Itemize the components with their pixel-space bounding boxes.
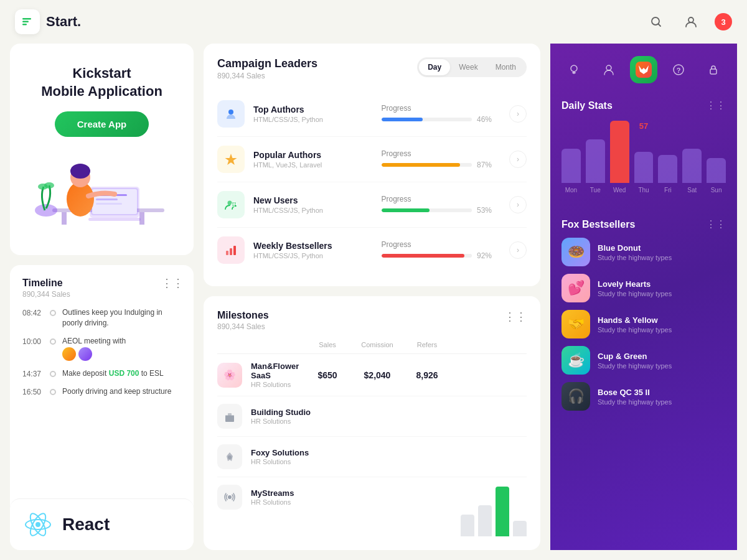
timeline-dot	[50, 371, 56, 377]
logo: Start.	[15, 9, 81, 34]
ms-sub: HR Solutions	[251, 498, 389, 506]
row-icon-top-authors	[217, 100, 245, 128]
campaign-row: Weekly Bestsellers HTML/CSS/JS, Python P…	[217, 228, 527, 273]
fox-bestsellers-menu[interactable]: ⋮⋮	[706, 218, 726, 230]
row-chevron[interactable]: ›	[509, 196, 527, 213]
bs-info: Bose QC 35 II Study the highway types	[598, 388, 726, 406]
svg-rect-33	[233, 246, 236, 255]
daily-stats-menu[interactable]: ⋮⋮	[706, 100, 726, 111]
sidebar-icon-question[interactable]: ?	[665, 56, 692, 83]
progress-label: Progress	[382, 195, 497, 203]
bs-name: Cup & Green	[598, 352, 726, 361]
svg-point-21	[44, 182, 54, 189]
progress-label: Progress	[382, 240, 497, 249]
timeline-highlight: USD 700	[109, 369, 139, 378]
col-commission: Comission	[352, 341, 402, 348]
chart-bar	[478, 505, 492, 536]
svg-rect-46	[710, 69, 716, 74]
svg-rect-35	[228, 413, 232, 416]
bestseller-items: 🍩 Blue Donut Study the highway types 💕 L…	[561, 238, 726, 411]
tab-month[interactable]: Month	[487, 59, 525, 75]
ms-name: Foxy Solutions	[251, 448, 389, 457]
svg-line-4	[659, 24, 661, 27]
logo-text: Start.	[46, 14, 81, 30]
progress-label: Progress	[382, 104, 497, 113]
daily-stats-header: Daily Stats ⋮⋮	[561, 100, 726, 111]
bestseller-item[interactable]: 💕 Lovely Hearts Study the highway types	[561, 274, 726, 302]
timeline-time: 14:37	[22, 368, 44, 378]
search-icon[interactable]	[645, 11, 667, 33]
progress-bar-container: 46%	[382, 115, 497, 124]
campaign-row: Top Authors HTML/CSS/JS, Python Progress…	[217, 91, 527, 137]
milestones-chart	[461, 487, 527, 536]
campaign-subtitle: 890,344 Sales	[217, 72, 317, 80]
create-app-button[interactable]: Create App	[55, 111, 149, 137]
bs-thumb-cup-green: ☕	[561, 346, 590, 375]
notification-badge[interactable]: 3	[715, 13, 732, 30]
ms-icon: 🌸	[217, 363, 242, 388]
progress-pct: 53%	[477, 206, 497, 215]
row-name: Weekly Bestsellers	[253, 241, 369, 251]
progress-label: Progress	[382, 149, 497, 158]
progress-bar-fill	[382, 208, 430, 212]
bs-sub: Study the highway types	[598, 326, 726, 334]
row-tags: HTML/CSS/JS, Python	[253, 116, 369, 123]
chart-bar-fri: Fri	[658, 155, 677, 194]
row-chevron[interactable]: ›	[509, 105, 527, 123]
timeline-menu[interactable]: ⋮⋮	[161, 276, 184, 290]
campaign-card: Campaign Leaders 890,344 Sales Day Week …	[204, 44, 540, 286]
campaign-header: Campaign Leaders 890,344 Sales Day Week …	[217, 57, 527, 80]
svg-rect-32	[230, 248, 232, 255]
kickstart-illustration	[34, 143, 171, 230]
bestseller-item[interactable]: ☕ Cup & Green Study the highway types	[561, 346, 726, 375]
col-refers: Refers	[402, 341, 452, 348]
bs-name: Lovely Hearts	[598, 279, 726, 289]
svg-text:?: ?	[677, 67, 681, 74]
row-progress: Progress 92%	[382, 240, 497, 260]
milestones-subtitle: 890,344 Sales	[217, 322, 269, 331]
ms-name: MyStreams	[251, 488, 389, 498]
bestseller-item[interactable]: 🎧 Bose QC 35 II Study the highway types	[561, 382, 726, 411]
sidebar-icon-user[interactable]	[595, 56, 622, 83]
progress-bar-bg	[382, 254, 472, 258]
bestseller-item[interactable]: 🍩 Blue Donut Study the highway types	[561, 238, 726, 266]
ms-icon	[217, 404, 242, 429]
ms-sub: HR Solutions	[251, 418, 389, 425]
row-tags: HTML/CSS/JS, Python	[253, 207, 369, 214]
svg-point-38	[228, 495, 232, 499]
sidebar-icon-lock[interactable]	[700, 56, 727, 83]
timeline-item: 14:37 Make deposit USD 700 to ESL	[22, 368, 181, 379]
bs-name: Blue Donut	[598, 243, 726, 253]
svg-rect-7	[62, 212, 67, 225]
row-chevron[interactable]: ›	[509, 151, 527, 168]
timeline-text: Make deposit USD 700 to ESL	[62, 368, 164, 379]
svg-point-26	[228, 110, 233, 114]
progress-bar-container: 87%	[382, 161, 497, 169]
svg-rect-0	[22, 18, 31, 20]
row-name: Top Authors	[253, 105, 369, 114]
bs-thumb-blue-donut: 🍩	[561, 238, 590, 266]
bs-name: Hands & Yellow	[598, 315, 726, 325]
ms-info: Building Studio HR Solutions	[251, 408, 389, 425]
right-sidebar: ? Daily Stats ⋮⋮ 57 Mon	[550, 44, 737, 550]
row-chevron[interactable]: ›	[509, 241, 527, 259]
bs-info: Blue Donut Study the highway types	[598, 243, 726, 261]
bs-name: Bose QC 35 II	[598, 388, 726, 397]
ms-sales: $650	[303, 370, 352, 380]
sidebar-icon-bulb[interactable]	[560, 56, 588, 83]
chart-bar-tue: Tue	[586, 139, 605, 194]
bestseller-item[interactable]: 🤝 Hands & Yellow Study the highway types	[561, 310, 726, 338]
progress-bar-container: 92%	[382, 251, 497, 260]
svg-rect-15	[96, 203, 122, 205]
tab-day[interactable]: Day	[419, 59, 450, 75]
milestones-menu[interactable]: ⋮⋮	[504, 310, 527, 324]
row-progress: Progress 87%	[382, 149, 497, 169]
svg-point-19	[35, 204, 57, 217]
tab-week[interactable]: Week	[450, 59, 486, 75]
bs-thumb-hands-yellow: 🤝	[561, 310, 590, 338]
bs-sub: Study the highway types	[598, 398, 726, 406]
sidebar-icon-fox[interactable]	[630, 56, 657, 83]
avatar	[62, 347, 76, 361]
campaign-rows: Top Authors HTML/CSS/JS, Python Progress…	[217, 91, 527, 273]
user-icon[interactable]	[680, 11, 702, 33]
